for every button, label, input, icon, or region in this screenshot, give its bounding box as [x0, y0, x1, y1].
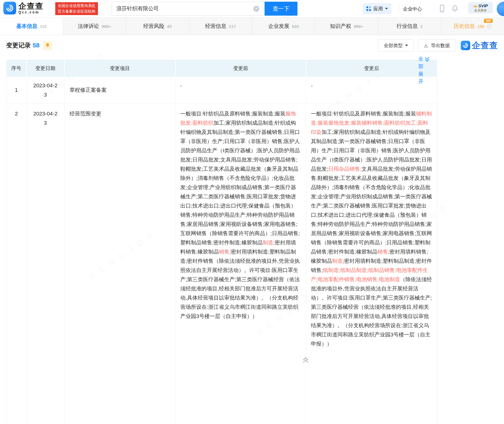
apps-menu[interactable]: 应用	[363, 3, 391, 14]
tab-count: 2	[420, 24, 423, 29]
chevron-down-icon	[385, 8, 388, 9]
tab-label: 基本信息	[16, 23, 37, 30]
tab-operation-info[interactable]: 经营信息 217	[189, 18, 252, 35]
col-header-after: 变更后	[306, 60, 437, 77]
table-row: 1 2023-04-23 章程修正案备案 - -	[6, 77, 437, 103]
tab-label: 法律诉讼	[78, 23, 99, 30]
subscribe-bell-button[interactable]	[43, 41, 52, 50]
cell-after: 一般项目:针纺织品及原料销售;服装制造;服装辅料制造;服装服饰批发;服装辅料销售…	[306, 103, 437, 424]
table-row: 2 2023-04-23 经营范围变更 一般项目:针纺织品及原料销售;服装制造;…	[6, 103, 437, 424]
search-bar: ✕ 查一下	[112, 2, 297, 16]
qcc-logo-icon	[461, 41, 470, 50]
clear-search-icon[interactable]: ✕	[253, 6, 259, 12]
apps-label: 应用	[373, 6, 383, 12]
col-header-before: 变更前	[176, 60, 306, 77]
change-records-table-wrap: 序号 变更日期 变更项目 变更前 变更后 1 2023-04-23 章程修正案备…	[6, 60, 437, 424]
tab-count: 999+	[354, 24, 363, 29]
certification-line1: 全国企业信用查询系统	[58, 3, 95, 9]
tab-enterprise-development[interactable]: 企业发展 633	[252, 18, 315, 35]
cell-no: 1	[6, 77, 27, 103]
qcc-logo[interactable]: 企查查 Qcc.com	[3, 2, 44, 15]
col-header-item: 变更项目	[64, 60, 176, 77]
tab-label: 经营风险	[143, 23, 164, 30]
crown-icon	[473, 4, 477, 8]
qcc-logo-icon	[3, 2, 16, 15]
search-button[interactable]: 查一下	[265, 2, 297, 16]
tab-basic-info[interactable]: 基本信息 115	[0, 18, 63, 35]
type-filter-button[interactable]: 全部类型	[378, 39, 414, 52]
expand-all-control[interactable]: 全部展开	[418, 55, 429, 85]
enterprise-center-link[interactable]: 企业中心	[403, 6, 422, 12]
double-chevron-up-icon	[303, 357, 309, 363]
export-data-button[interactable]: 导出数据	[418, 39, 456, 52]
tab-label: 经营信息	[205, 23, 226, 30]
change-records-table: 序号 变更日期 变更项目 变更前 变更后 1 2023-04-23 章程修正案备…	[6, 60, 437, 424]
expand-all-label: 全部展开	[418, 55, 424, 85]
logo-name: 企查查	[18, 2, 44, 10]
tab-operation-risk[interactable]: 经营风险 40	[126, 18, 189, 35]
col-header-no: 序号	[6, 60, 27, 77]
export-data-label: 导出数据	[431, 42, 450, 49]
tab-label: 知识产权	[330, 23, 351, 30]
cell-item: 经营范围变更	[64, 103, 176, 424]
customer-service-avatar[interactable]	[497, 2, 504, 16]
collapse-row-control[interactable]	[303, 357, 309, 364]
info-icon[interactable]: i	[487, 24, 492, 29]
svip-title: SVIP	[478, 4, 488, 8]
mobile-app-icon[interactable]	[438, 4, 446, 14]
bell-icon	[45, 43, 50, 48]
cell-before: -	[176, 77, 306, 103]
tab-count: 999+	[102, 24, 111, 29]
tab-history-info[interactable]: VIP 历史信息 155 i	[441, 18, 504, 35]
tab-count: 40	[167, 24, 172, 29]
tab-label: 企业发展	[268, 23, 289, 30]
tab-count: 217	[229, 24, 236, 29]
double-chevron-down-icon	[425, 57, 429, 62]
certification-line2: 官方备案企业征信机构	[58, 9, 95, 14]
apps-grid-icon	[366, 6, 371, 11]
type-filter-label: 全部类型	[384, 42, 403, 49]
cell-date: 2023-04-23	[27, 77, 64, 103]
cell-item: 章程修正案备案	[64, 77, 176, 103]
logo-domain: Qcc.com	[18, 10, 44, 14]
chevron-down-icon	[405, 45, 408, 46]
qcc-watermark-logo: 企查查	[461, 40, 498, 51]
tab-label: 行业信息	[397, 23, 418, 30]
col-header-date: 变更日期	[27, 60, 64, 77]
table-header-row: 序号 变更日期 变更项目 变更前 变更后	[6, 60, 437, 77]
section-title: 变更记录	[6, 41, 31, 50]
cell-no: 2	[6, 103, 27, 424]
search-input[interactable]	[112, 2, 265, 16]
tab-count: 115	[40, 24, 47, 29]
tab-count: 633	[292, 24, 299, 29]
cell-date: 2023-04-23	[27, 103, 64, 424]
tab-intellectual-property[interactable]: 知识产权 999+	[315, 18, 378, 35]
svip-badge[interactable]: SVIP 会员服务	[468, 2, 493, 14]
change-records-header: 变更记录 58 全部类型 导出数据 企查查	[6, 39, 498, 52]
notifications-bell-icon[interactable]	[451, 4, 459, 14]
tab-bar: 基本信息 115 法律诉讼 999+ 经营风险 40 经营信息 217 企业发展…	[0, 17, 504, 35]
tab-industry-info[interactable]: 行业信息 2	[378, 18, 441, 35]
vip-badge: VIP	[484, 19, 493, 23]
section-count: 58	[33, 42, 39, 49]
tab-legal-litigation[interactable]: 法律诉讼 999+	[63, 18, 126, 35]
top-header: 企查查 Qcc.com 全国企业信用查询系统 官方备案企业征信机构 ✕ 查一下 …	[0, 0, 504, 17]
cell-after: -	[306, 77, 437, 103]
certification-badge: 全国企业信用查询系统 官方备案企业征信机构	[55, 2, 98, 15]
tab-count: 155	[477, 24, 484, 29]
brand-name: 企查查	[472, 40, 498, 51]
download-icon	[424, 43, 428, 48]
cell-before: 一般项目:针纺织品及原料销售;服装制造;服装服饰批发;面料纺织加工;家用纺织制成…	[176, 103, 306, 424]
svip-subtitle: 会员服务	[468, 8, 493, 13]
nav-divider	[399, 5, 399, 12]
qcc-change-records-page: E E M U 3 Q D E E M U 3 Q D E E M U 3 Q …	[0, 0, 504, 424]
tab-label: 历史信息	[454, 23, 475, 30]
